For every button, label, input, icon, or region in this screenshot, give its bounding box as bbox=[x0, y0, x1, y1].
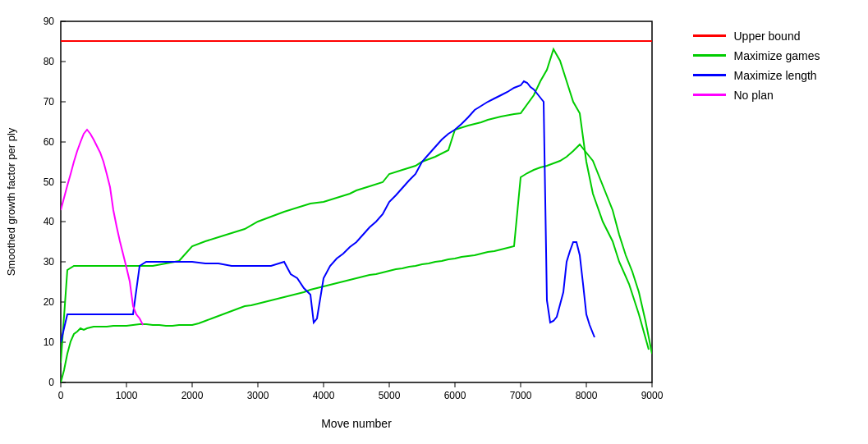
svg-text:9000: 9000 bbox=[641, 390, 663, 401]
svg-text:0: 0 bbox=[48, 377, 54, 388]
x-ticks: 0 1000 2000 3000 4000 5000 6000 bbox=[57, 382, 663, 401]
svg-text:30: 30 bbox=[43, 256, 54, 268]
svg-text:2000: 2000 bbox=[181, 390, 203, 401]
svg-text:40: 40 bbox=[43, 216, 54, 227]
legend-line-maximize-games bbox=[693, 54, 726, 57]
legend-line-upper-bound bbox=[693, 34, 726, 37]
svg-text:8000: 8000 bbox=[575, 390, 597, 401]
chart-area: Smoothed growth factor per ply Move numb… bbox=[3, 13, 677, 432]
legend-item-no-plan: No plan bbox=[693, 89, 820, 102]
legend-line-maximize-length bbox=[693, 74, 726, 76]
svg-text:7000: 7000 bbox=[509, 390, 531, 401]
legend-line-no-plan bbox=[693, 94, 726, 96]
svg-text:70: 70 bbox=[43, 96, 54, 108]
legend-label-no-plan: No plan bbox=[734, 89, 774, 102]
svg-text:1000: 1000 bbox=[115, 390, 137, 401]
svg-text:90: 90 bbox=[43, 16, 54, 27]
svg-text:5000: 5000 bbox=[378, 390, 400, 401]
legend: Upper bound Maximize games Maximize leng… bbox=[677, 13, 820, 102]
svg-text:20: 20 bbox=[43, 296, 54, 308]
svg-text:10: 10 bbox=[43, 336, 54, 348]
legend-item-maximize-games: Maximize games bbox=[693, 49, 820, 62]
x-axis-label: Move number bbox=[321, 417, 392, 430]
svg-text:50: 50 bbox=[43, 176, 54, 188]
chart-container: Smoothed growth factor per ply Move numb… bbox=[3, 5, 866, 440]
svg-text:6000: 6000 bbox=[443, 390, 466, 401]
svg-text:80: 80 bbox=[43, 56, 54, 67]
svg-text:60: 60 bbox=[43, 136, 54, 148]
y-axis-label: Smoothed growth factor per ply bbox=[5, 127, 17, 276]
chart-svg: Smoothed growth factor per ply Move numb… bbox=[3, 13, 677, 432]
svg-text:3000: 3000 bbox=[246, 390, 269, 401]
legend-item-upper-bound: Upper bound bbox=[693, 30, 820, 43]
svg-rect-1 bbox=[61, 21, 652, 382]
legend-label-upper-bound: Upper bound bbox=[734, 30, 801, 43]
legend-label-maximize-length: Maximize length bbox=[734, 69, 817, 82]
svg-text:4000: 4000 bbox=[312, 390, 334, 401]
svg-text:0: 0 bbox=[57, 390, 63, 401]
legend-label-maximize-games: Maximize games bbox=[734, 49, 820, 62]
legend-item-maximize-length: Maximize length bbox=[693, 69, 820, 82]
